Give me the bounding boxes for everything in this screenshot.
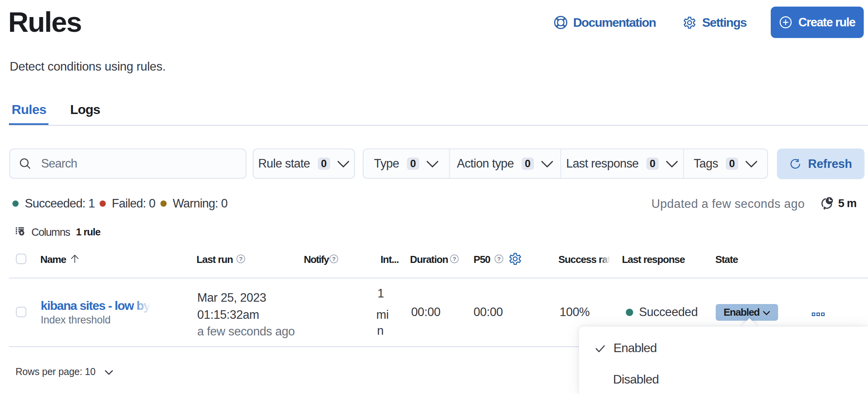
svg-text:?: ? bbox=[453, 256, 456, 262]
svg-text:?: ? bbox=[497, 256, 501, 262]
svg-text:?: ? bbox=[332, 256, 336, 262]
svg-text:?: ? bbox=[239, 256, 243, 262]
